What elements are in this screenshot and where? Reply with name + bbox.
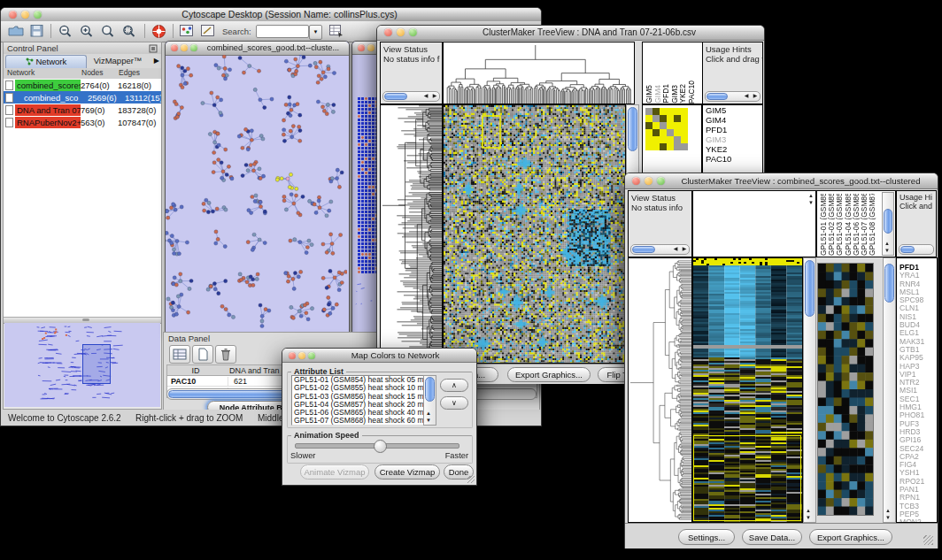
maximize-icon[interactable] <box>34 11 42 19</box>
resize-grip-icon[interactable] <box>923 535 933 545</box>
scroll-left-icon[interactable]: ◀ <box>671 246 680 252</box>
tab-overflow-icon[interactable]: ▶ <box>154 55 159 67</box>
close-icon[interactable] <box>289 352 296 359</box>
scroll-thumb[interactable] <box>425 377 435 402</box>
attribute-list-scrollbar[interactable]: ▲ ▼ <box>423 375 436 426</box>
network-view-titlebar[interactable]: combined_scores_good.txt--cluste... <box>166 42 349 56</box>
column-labels-scrollbar[interactable]: ▲ ▼ <box>882 192 894 256</box>
move-down-button[interactable]: ∨ <box>440 396 468 410</box>
col-network[interactable]: Network <box>7 68 35 77</box>
zoom-fit-icon[interactable] <box>100 24 116 39</box>
attribute-listbox[interactable]: GPL51-01 (GSM854) heat shock 05 minGPL51… <box>291 375 424 426</box>
scroll-left-icon[interactable]: ◀ <box>742 93 751 99</box>
gene-label[interactable]: GIM4 <box>703 115 762 125</box>
minimize-icon[interactable] <box>397 28 405 36</box>
scroll-up-icon[interactable]: ▲ <box>884 508 892 514</box>
dialog-titlebar[interactable]: Map Colors to Network <box>282 349 476 363</box>
view-status-scrollbar[interactable]: ◀ ▶ <box>382 91 440 102</box>
usage-hints-scrollbar[interactable] <box>899 244 934 255</box>
close-icon[interactable] <box>171 44 178 51</box>
column-label[interactable]: YKE2 <box>678 84 687 104</box>
close-icon[interactable] <box>9 11 17 19</box>
birdseye-canvas[interactable] <box>4 323 157 406</box>
minimize-icon[interactable] <box>298 352 305 359</box>
scroll-up-icon[interactable]: ▲ <box>424 410 433 417</box>
gene-label[interactable]: PFD1 <box>703 125 762 134</box>
column-label[interactable]: GIM5 <box>645 85 653 104</box>
scroll-thumb[interactable] <box>805 260 815 317</box>
scroll-left-icon[interactable]: ◀ <box>421 93 430 99</box>
treeview2-column-tree-area[interactable]: ▲ ▼ <box>692 190 816 257</box>
scroll-down-icon[interactable]: ▼ <box>804 515 813 521</box>
new-attribute-icon[interactable] <box>192 345 213 364</box>
treeview1-titlebar[interactable]: ClusterMaker TreeView : DNA and Tran 07-… <box>377 26 764 41</box>
scroll-up-icon[interactable]: ▲ <box>883 241 892 247</box>
scroll-thumb[interactable] <box>900 246 915 253</box>
minimize-icon[interactable] <box>21 11 29 19</box>
resize-grip-icon[interactable] <box>467 476 475 483</box>
minimize-icon[interactable] <box>645 177 652 185</box>
column-label[interactable]: GPL51-01 (GSM854) <box>819 194 827 256</box>
float-panel-icon[interactable] <box>149 44 158 53</box>
column-label[interactable]: GIM3 <box>670 85 679 104</box>
save-icon[interactable] <box>29 24 45 38</box>
animate-vizmap-button[interactable]: Animate Vizmap <box>300 464 369 479</box>
network-table-row[interactable]: combined_scores 2764(0) 16218(0) <box>4 79 161 91</box>
vizmap-icon[interactable] <box>179 24 195 38</box>
usage-hints-scrollbar[interactable]: ◀ ▶ <box>705 91 761 102</box>
scroll-thumb[interactable] <box>884 209 892 234</box>
birdseye-viewport-rect[interactable] <box>82 344 111 384</box>
col-nodes[interactable]: Nodes <box>81 68 104 77</box>
network-table-row[interactable]: DNA and Tran 07 769(0) 183728(0) <box>4 104 161 116</box>
gene-label[interactable]: GIM3 <box>703 134 762 144</box>
scroll-up-icon[interactable]: ▲ <box>807 193 815 199</box>
zoom-selected-icon[interactable] <box>121 24 137 39</box>
treeview2-heatmap[interactable] <box>692 257 803 523</box>
treeview2-heatmap-vscrollbar[interactable]: ▲ ▼ <box>803 257 816 523</box>
column-label[interactable]: GPL51-03 (GSM856) <box>835 194 843 256</box>
scroll-right-icon[interactable]: ▶ <box>751 93 760 99</box>
attribute-item[interactable]: GPL51-07 (GSM868) heat shock 60 min <box>292 417 423 425</box>
zoom-in-icon[interactable] <box>79 24 95 39</box>
scroll-down-icon[interactable]: ▼ <box>884 515 892 521</box>
column-label[interactable]: GPL51-04 (GSM857) <box>844 194 852 256</box>
search-dropdown-icon[interactable]: ▼ <box>309 25 322 40</box>
scroll-thumb[interactable] <box>384 93 407 100</box>
grid-icon[interactable] <box>169 345 190 364</box>
scroll-down-icon[interactable]: ▼ <box>883 248 892 254</box>
maximize-icon[interactable] <box>190 44 197 51</box>
treeview2-titlebar[interactable]: ClusterMaker TreeView : combined_scores_… <box>625 173 938 189</box>
scroll-down-icon[interactable]: ▼ <box>424 418 433 424</box>
column-label[interactable]: GPL51-07 (GSM868) <box>860 194 868 256</box>
column-label[interactable]: PAC10 <box>687 81 696 104</box>
treeview2-row-dendrogram[interactable] <box>628 257 692 523</box>
maximize-icon[interactable] <box>657 177 665 185</box>
settings-button[interactable]: Settings... <box>678 529 735 545</box>
export-graphics-button[interactable]: Export Graphics... <box>507 367 591 382</box>
zoom-out-icon[interactable] <box>58 24 73 39</box>
network-table-row[interactable]: combined_sco 2569(6) 13112(15) <box>4 91 161 104</box>
tab-vizmapper[interactable]: VizMapper™ <box>87 55 149 67</box>
column-label[interactable]: GIM4 <box>653 85 662 104</box>
tab-network[interactable]: Network <box>5 55 87 68</box>
network-table-row[interactable]: RNAPuberNov2+ 563(0) 107847(0) <box>4 116 161 128</box>
search-input[interactable] <box>256 25 309 38</box>
annotation-icon[interactable] <box>200 24 216 38</box>
treeview1-row-dendrogram[interactable] <box>380 104 443 364</box>
column-label[interactable]: GPL51-02 (GSM855) <box>827 194 835 256</box>
main-titlebar[interactable]: Cytoscape Desktop (Session Name: collins… <box>1 8 541 22</box>
trash-icon[interactable] <box>215 345 236 364</box>
treeview1-heatmap[interactable] <box>443 104 626 364</box>
export-graphics-button[interactable]: Export Graphics... <box>809 529 892 545</box>
minimize-icon[interactable] <box>367 44 374 51</box>
close-icon[interactable] <box>358 44 365 51</box>
column-label[interactable]: GPL51-08 (GSM872) <box>868 194 876 256</box>
maximize-icon[interactable] <box>409 28 417 36</box>
scroll-thumb[interactable] <box>632 246 655 253</box>
maximize-icon[interactable] <box>308 352 315 359</box>
animation-speed-slider[interactable] <box>295 443 459 449</box>
scroll-thumb[interactable] <box>884 264 894 303</box>
scroll-thumb[interactable] <box>706 93 728 100</box>
scroll-up-icon[interactable]: ▲ <box>804 508 813 514</box>
save-data-button[interactable]: Save Data... <box>742 529 802 545</box>
